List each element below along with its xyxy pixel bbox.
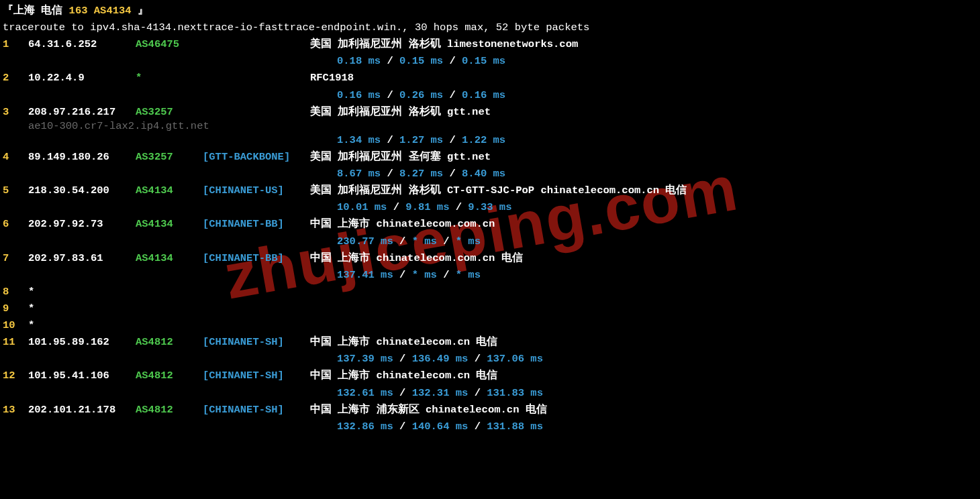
hop-asn: * <box>136 70 203 87</box>
hop-timings: 137.39 ms / 136.49 ms / 137.06 ms <box>3 351 977 368</box>
timing-sep: / <box>393 353 412 365</box>
timing-sep: / <box>393 387 412 399</box>
hop-location: 中国 上海市 chinatelecom.com.cn <box>310 216 495 233</box>
timing-sep: / <box>381 55 399 67</box>
hop-number: 10 <box>3 317 28 334</box>
header-prefix: 『上海 电信 <box>3 5 69 17</box>
timing-sep: / <box>443 55 462 67</box>
hop-tag: [GTT-BACKBONE] <box>203 149 310 166</box>
header-suffix: 』 <box>132 5 148 17</box>
timing-2: 9.81 ms <box>405 201 449 213</box>
hop-row: 13202.101.21.178AS4812[CHINANET-SH]中国 上海… <box>3 402 977 419</box>
hop-ip: 101.95.41.106 <box>28 368 136 384</box>
hop-location: 美国 加利福尼亚州 圣何塞 gtt.net <box>310 149 491 166</box>
hop-number: 8 <box>3 284 28 300</box>
timing-3: 1.22 ms <box>462 134 505 146</box>
timing-2: 8.27 ms <box>399 168 443 180</box>
hop-asn: AS4812 <box>136 368 203 384</box>
hop-ip: 101.95.89.162 <box>28 334 136 351</box>
hop-ip: * <box>28 317 136 334</box>
hop-timings: 10.01 ms / 9.81 ms / 9.33 ms <box>3 199 977 216</box>
timing-3: * ms <box>456 235 481 247</box>
trace-header: 『上海 电信 163 AS4134 』 <box>3 3 977 19</box>
hop-ip: 202.101.21.178 <box>28 402 136 419</box>
hop-ip: 218.30.54.200 <box>28 182 136 199</box>
hop-location: 美国 加利福尼亚州 洛杉矶 CT-GTT-SJC-PoP chinateleco… <box>310 182 687 199</box>
hop-row: 8* <box>3 284 977 300</box>
hop-number: 2 <box>3 70 28 87</box>
timing-3: 131.88 ms <box>487 421 543 433</box>
timing-2: * ms <box>412 235 437 247</box>
terminal-output: 『上海 电信 163 AS4134 』 traceroute to ipv4.s… <box>3 3 977 435</box>
timing-1: 10.01 ms <box>337 201 387 213</box>
hop-number: 7 <box>3 250 28 267</box>
hop-tag: [CHINANET-BB] <box>203 216 310 233</box>
timing-sep: / <box>443 134 462 146</box>
timing-sep: / <box>381 89 399 101</box>
hop-location: 中国 上海市 浦东新区 chinatelecom.cn 电信 <box>310 402 547 419</box>
hop-timings: 0.18 ms / 0.15 ms / 0.15 ms <box>3 53 977 70</box>
hop-ip: 202.97.92.73 <box>28 216 136 233</box>
timing-sep: / <box>449 201 468 213</box>
timing-1: 1.34 ms <box>337 134 381 146</box>
hop-row: 210.22.4.9*RFC1918 <box>3 70 977 87</box>
hop-asn: AS4134 <box>136 216 203 233</box>
timing-1: 132.61 ms <box>337 387 393 399</box>
timing-sep: / <box>387 201 405 213</box>
hop-asn: AS4812 <box>136 402 203 419</box>
hop-ip: 10.22.4.9 <box>28 70 136 87</box>
timing-1: 137.39 ms <box>337 353 393 365</box>
hop-row: 164.31.6.252AS46475美国 加利福尼亚州 洛杉矶 limesto… <box>3 36 977 53</box>
hop-location: 中国 上海市 chinatelecom.cn 电信 <box>310 334 497 351</box>
timing-2: 136.49 ms <box>412 353 469 365</box>
timing-sep: / <box>443 168 462 180</box>
hop-number: 3 <box>3 104 28 121</box>
hop-row: 6202.97.92.73AS4134[CHINANET-BB]中国 上海市 c… <box>3 216 977 233</box>
hop-location: 中国 上海市 chinatelecom.com.cn 电信 <box>310 250 523 267</box>
hop-number: 12 <box>3 368 28 384</box>
timing-2: 132.31 ms <box>412 387 469 399</box>
hop-number: 1 <box>3 36 28 53</box>
hop-ip: * <box>28 300 136 317</box>
hop-location: 美国 加利福尼亚州 洛杉矶 limestonenetworks.com <box>310 36 578 53</box>
timing-2: * ms <box>412 269 437 281</box>
timing-sep: / <box>381 134 399 146</box>
hop-ip: * <box>28 284 136 300</box>
timing-1: 0.16 ms <box>337 89 381 101</box>
timing-sep: / <box>468 353 487 365</box>
hop-timings: 8.67 ms / 8.27 ms / 8.40 ms <box>3 166 977 182</box>
timing-3: 137.06 ms <box>487 353 543 365</box>
timing-3: 131.83 ms <box>487 387 543 399</box>
hop-asn: AS46475 <box>136 36 203 53</box>
timing-1: 137.41 ms <box>337 269 393 281</box>
hop-row: 489.149.180.26AS3257[GTT-BACKBONE]美国 加利福… <box>3 149 977 166</box>
timing-3: 9.33 ms <box>468 201 511 213</box>
hop-asn: AS3257 <box>136 149 203 166</box>
hop-row: 10* <box>3 317 977 334</box>
timing-2: 1.27 ms <box>399 134 443 146</box>
hop-timings: 230.77 ms / * ms / * ms <box>3 233 977 250</box>
hop-row: 11101.95.89.162AS4812[CHINANET-SH]中国 上海市… <box>3 334 977 351</box>
hop-location: RFC1918 <box>310 70 354 87</box>
hop-tag: [CHINANET-SH] <box>203 334 310 351</box>
timing-sep: / <box>393 235 412 247</box>
hop-tag: [CHINANET-SH] <box>203 402 310 419</box>
timing-sep: / <box>381 168 399 180</box>
hops-list: 164.31.6.252AS46475美国 加利福尼亚州 洛杉矶 limesto… <box>3 36 977 435</box>
timing-sep: / <box>468 421 487 433</box>
timing-3: 8.40 ms <box>462 168 505 180</box>
hop-number: 5 <box>3 182 28 199</box>
timing-sep: / <box>437 269 456 281</box>
hop-timings: 0.16 ms / 0.26 ms / 0.16 ms <box>3 87 977 104</box>
timing-sep: / <box>443 89 462 101</box>
hop-row: 12101.95.41.106AS4812[CHINANET-SH]中国 上海市… <box>3 368 977 384</box>
timing-sep: / <box>437 235 456 247</box>
hop-row: 9* <box>3 300 977 317</box>
hop-number: 9 <box>3 300 28 317</box>
timing-sep: / <box>393 269 412 281</box>
trace-command: traceroute to ipv4.sha-4134.nexttrace-io… <box>3 19 977 36</box>
hop-number: 4 <box>3 149 28 166</box>
header-asn: 163 AS4134 <box>69 5 132 17</box>
hop-asn: AS4812 <box>136 334 203 351</box>
timing-2: 0.15 ms <box>399 55 443 67</box>
